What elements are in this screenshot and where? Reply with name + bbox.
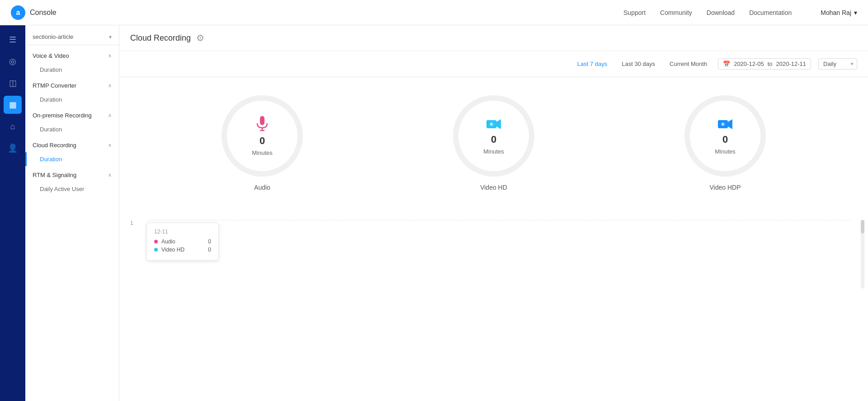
section-voice-video: Voice & Video ∧ Duration bbox=[25, 49, 119, 77]
audio-value: 0 bbox=[259, 135, 265, 147]
svg-marker-8 bbox=[728, 119, 732, 129]
videohd-label: Video HD bbox=[480, 184, 507, 191]
svg-rect-0 bbox=[260, 116, 264, 125]
circle-videohd-ring: 0 Minutes bbox=[453, 95, 534, 177]
section-cloud-title: Cloud Recording bbox=[33, 142, 76, 149]
date-from: 2020-12-05 bbox=[734, 61, 764, 67]
filter-bar: Last 7 days Last 30 days Current Month 📅… bbox=[119, 51, 868, 77]
sidebar: sectionio-article ▾ Voice & Video ∧ Dura… bbox=[25, 25, 119, 401]
chart-tooltip: 12-11 Audio 0 Video HD 0 bbox=[146, 223, 219, 261]
chart-section: 1 12-11 Audio 0 bbox=[119, 209, 868, 299]
circle-videohdp: 0 Minutes Video HDP bbox=[684, 95, 766, 191]
sidebar-item-cloud-duration[interactable]: Duration bbox=[25, 152, 119, 166]
nav-support[interactable]: Support bbox=[623, 9, 646, 16]
section-rtmp-arrow: ∧ bbox=[108, 83, 112, 89]
chart-scrollbar-thumb bbox=[861, 220, 864, 233]
sidebar-item-voice-duration[interactable]: Duration bbox=[25, 63, 119, 77]
circle-videohd: 0 Minutes Video HD bbox=[453, 95, 534, 191]
sidebar-item-dau[interactable]: Daily Active User bbox=[25, 182, 119, 196]
section-rtmp-title: RTMP Converter bbox=[33, 82, 76, 89]
svg-marker-4 bbox=[496, 119, 501, 129]
sidebar-dropdown[interactable]: sectionio-article ▾ bbox=[25, 29, 119, 45]
nav-download[interactable]: Download bbox=[707, 9, 735, 16]
circle-audio: 0 Minutes Audio bbox=[222, 95, 303, 191]
section-onpremise-title: On-premise Recording bbox=[33, 112, 92, 119]
section-voice-video-arrow: ∧ bbox=[108, 53, 112, 59]
section-rtmp-header[interactable]: RTMP Converter ∧ bbox=[25, 79, 119, 93]
date-range-picker[interactable]: 📅 2020-12-05 to 2020-12-11 bbox=[718, 58, 811, 70]
filter-last30[interactable]: Last 30 days bbox=[618, 59, 659, 69]
panel-content: Last 7 days Last 30 days Current Month 📅… bbox=[119, 51, 868, 401]
content-header: Cloud Recording ⚙ bbox=[119, 25, 868, 51]
sidebar-item-onpremise-duration[interactable]: Duration bbox=[25, 122, 119, 136]
section-cloud-arrow: ∧ bbox=[108, 142, 112, 148]
section-onpremise: On-premise Recording ∧ Duration bbox=[25, 108, 119, 136]
settings-icon[interactable]: ⚙ bbox=[196, 33, 204, 43]
page-title: Cloud Recording bbox=[130, 33, 191, 43]
section-rtm-arrow: ∧ bbox=[108, 172, 112, 178]
tooltip-row-videohd: Video HD 0 bbox=[154, 247, 211, 253]
iconbar-menu[interactable]: ☰ bbox=[4, 31, 22, 49]
tooltip-date: 12-11 bbox=[154, 228, 211, 235]
iconbar-user[interactable]: 👤 bbox=[4, 139, 22, 157]
iconbar-layers[interactable]: ◫ bbox=[4, 74, 22, 92]
section-rtm: RTM & Signaling ∧ Daily Active User bbox=[25, 168, 119, 196]
audio-unit: Minutes bbox=[252, 149, 273, 156]
chart-y-label: 1 bbox=[130, 220, 133, 226]
sidebar-dropdown-arrow: ▾ bbox=[109, 34, 112, 40]
camera-hdp-icon bbox=[718, 117, 732, 131]
section-voice-video-title: Voice & Video bbox=[33, 52, 69, 59]
section-cloud: Cloud Recording ∧ Duration bbox=[25, 138, 119, 166]
videohdp-label: Video HDP bbox=[709, 184, 741, 191]
user-arrow: ▾ bbox=[854, 9, 857, 16]
section-onpremise-arrow: ∧ bbox=[108, 112, 112, 118]
calendar-icon: 📅 bbox=[723, 61, 730, 67]
circle-audio-ring: 0 Minutes bbox=[222, 95, 303, 177]
top-navigation: a Console Support Community Download Doc… bbox=[0, 0, 868, 25]
videohd-value: 0 bbox=[491, 134, 496, 145]
section-onpremise-header[interactable]: On-premise Recording ∧ bbox=[25, 108, 119, 122]
tooltip-row-audio: Audio 0 bbox=[154, 238, 211, 245]
videohdp-value: 0 bbox=[722, 134, 728, 145]
date-to: 2020-12-11 bbox=[776, 61, 807, 67]
granularity-select-wrap: Daily Weekly Monthly ▾ bbox=[818, 58, 857, 70]
tooltip-label-audio: Audio bbox=[161, 238, 175, 245]
sidebar-dropdown-label: sectionio-article bbox=[33, 33, 73, 40]
icon-bar: ☰ ◎ ◫ ▦ ⌂ 👤 bbox=[0, 25, 25, 401]
main-panel: Cloud Recording ⚙ Last 7 days Last 30 da… bbox=[119, 25, 868, 401]
date-to-label: to bbox=[768, 61, 773, 67]
videohd-unit: Minutes bbox=[483, 148, 504, 155]
filter-last7[interactable]: Last 7 days bbox=[574, 59, 611, 69]
audio-label: Audio bbox=[254, 184, 270, 191]
section-cloud-header[interactable]: Cloud Recording ∧ bbox=[25, 138, 119, 152]
user-menu[interactable]: Mohan Raj ▾ bbox=[821, 9, 857, 16]
nav-documentation[interactable]: Documentation bbox=[749, 9, 792, 16]
tooltip-dot-audio bbox=[154, 240, 158, 243]
nav-community[interactable]: Community bbox=[660, 9, 692, 16]
circles-section: 0 Minutes Audio bbox=[119, 77, 868, 209]
camera-hd-icon bbox=[486, 117, 501, 131]
videohdp-unit: Minutes bbox=[715, 148, 736, 155]
section-voice-video-header[interactable]: Voice & Video ∧ bbox=[25, 49, 119, 63]
section-rtm-title: RTM & Signaling bbox=[33, 172, 76, 178]
granularity-select[interactable]: Daily Weekly Monthly bbox=[818, 58, 857, 70]
mic-icon bbox=[255, 116, 269, 132]
svg-point-6 bbox=[491, 123, 492, 125]
tooltip-value-audio: 0 bbox=[208, 238, 211, 245]
section-rtm-header[interactable]: RTM & Signaling ∧ bbox=[25, 168, 119, 182]
logo-icon: a bbox=[11, 5, 25, 20]
svg-point-10 bbox=[722, 123, 724, 125]
tooltip-dot-videohd bbox=[154, 248, 158, 252]
tooltip-label-videohd: Video HD bbox=[161, 247, 184, 253]
chart-scrollbar[interactable] bbox=[861, 220, 864, 289]
iconbar-home[interactable]: ⌂ bbox=[4, 117, 22, 135]
iconbar-analytics[interactable]: ◎ bbox=[4, 52, 22, 70]
sidebar-item-rtmp-duration[interactable]: Duration bbox=[25, 93, 119, 107]
filter-current-month[interactable]: Current Month bbox=[666, 59, 711, 69]
section-rtmp: RTMP Converter ∧ Duration bbox=[25, 79, 119, 107]
circle-videohdp-ring: 0 Minutes bbox=[684, 95, 766, 177]
user-name: Mohan Raj bbox=[821, 9, 851, 16]
iconbar-chart[interactable]: ▦ bbox=[4, 96, 22, 114]
logo-area: a Console bbox=[11, 5, 57, 20]
tooltip-value-videohd: 0 bbox=[208, 247, 211, 253]
